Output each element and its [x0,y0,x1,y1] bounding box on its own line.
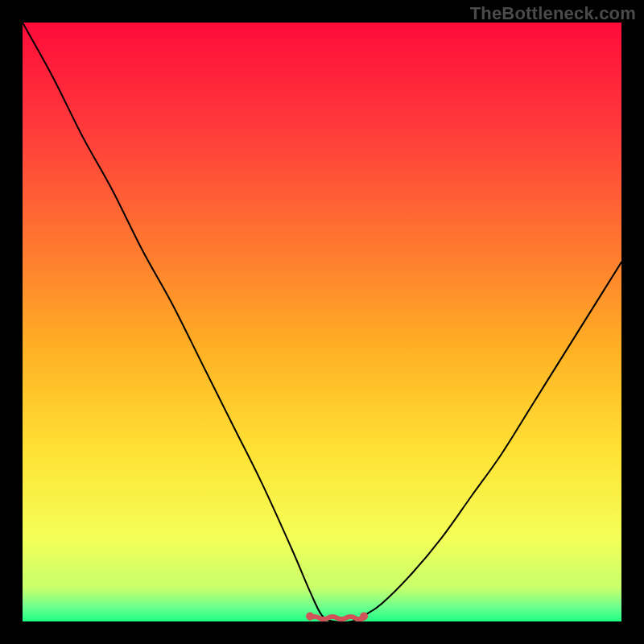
trough-dot-right [360,613,368,621]
trough-wiggle [310,617,364,619]
bottleneck-chart [23,23,621,621]
watermark: TheBottleneck.com [470,3,636,24]
chart-frame: TheBottleneck.com [0,0,644,644]
plot-area [23,23,621,621]
trough-dot-left [306,613,314,621]
gradient-background [23,23,621,621]
